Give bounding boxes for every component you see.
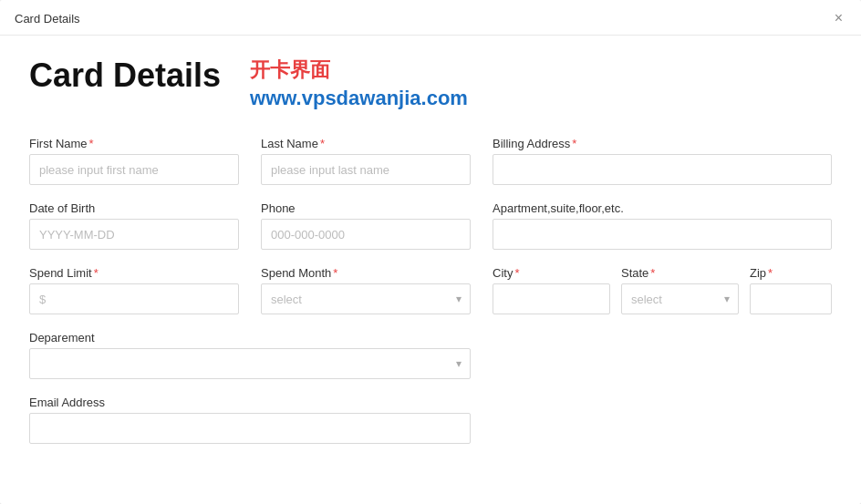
zip-input[interactable]: [750, 283, 832, 314]
close-button[interactable]: ×: [831, 9, 846, 27]
spend-month-group: Spend Month* select ▾: [261, 266, 471, 314]
deparement-group: Deparement ▾: [29, 331, 471, 379]
spend-month-select[interactable]: select: [261, 283, 471, 314]
dialog-titlebar: Card Details ×: [0, 0, 861, 36]
last-name-input[interactable]: [261, 154, 471, 185]
apartment-label: Apartment,suite,floor,etc.: [493, 201, 832, 215]
state-group: State* select ▾: [621, 266, 739, 314]
spend-month-label: Spend Month*: [261, 266, 471, 280]
spend-month-select-wrapper: select ▾: [261, 283, 471, 314]
state-label: State*: [621, 266, 739, 280]
last-name-label: Last Name*: [261, 137, 471, 150]
dialog-title: Card Details: [15, 12, 80, 26]
apartment-group: Apartment,suite,floor,etc.: [493, 201, 832, 250]
heading-section: Card Details 开卡界面 www.vpsdawanjia.com: [29, 57, 832, 111]
billing-address-group: Billing Address*: [493, 137, 832, 185]
spend-limit-group: Spend Limit*: [29, 266, 239, 314]
promo-block: 开卡界面 www.vpsdawanjia.com: [250, 57, 468, 111]
last-name-group: Last Name*: [261, 137, 471, 185]
zip-group: Zip*: [750, 266, 832, 314]
zip-label: Zip*: [750, 266, 832, 280]
deparement-select[interactable]: [29, 348, 471, 379]
first-name-label: First Name*: [29, 137, 239, 150]
dob-label: Date of Birth: [29, 201, 239, 215]
city-state-zip-group: City* State* select ▾: [493, 266, 832, 314]
apartment-input[interactable]: [493, 219, 832, 250]
billing-address-label: Billing Address*: [493, 137, 832, 150]
first-name-input[interactable]: [29, 154, 239, 185]
promo-url: www.vpsdawanjia.com: [250, 86, 468, 112]
spend-limit-label: Spend Limit*: [29, 266, 239, 280]
deparement-select-wrapper: ▾: [29, 348, 471, 379]
city-label: City*: [493, 266, 610, 280]
spend-limit-input[interactable]: [29, 283, 239, 314]
billing-address-input[interactable]: [493, 154, 832, 185]
dob-input[interactable]: [29, 219, 239, 250]
first-name-group: First Name*: [29, 137, 239, 185]
deparement-label: Deparement: [29, 331, 471, 345]
dialog-body: Card Details 开卡界面 www.vpsdawanjia.com Fi…: [0, 36, 861, 473]
dob-group: Date of Birth: [29, 201, 239, 250]
promo-chinese: 开卡界面: [250, 57, 468, 84]
state-select-wrapper: select ▾: [621, 283, 739, 314]
card-details-dialog: Card Details × Card Details 开卡界面 www.vps…: [0, 0, 861, 504]
phone-group: Phone: [261, 201, 471, 250]
phone-label: Phone: [261, 201, 471, 215]
city-group: City*: [493, 266, 610, 314]
email-group: Email Address: [29, 396, 471, 444]
phone-input[interactable]: [261, 219, 471, 250]
main-title: Card Details: [29, 57, 221, 94]
email-input[interactable]: [29, 413, 471, 444]
city-input[interactable]: [493, 283, 610, 314]
email-label: Email Address: [29, 396, 471, 409]
state-select[interactable]: select: [621, 283, 739, 314]
